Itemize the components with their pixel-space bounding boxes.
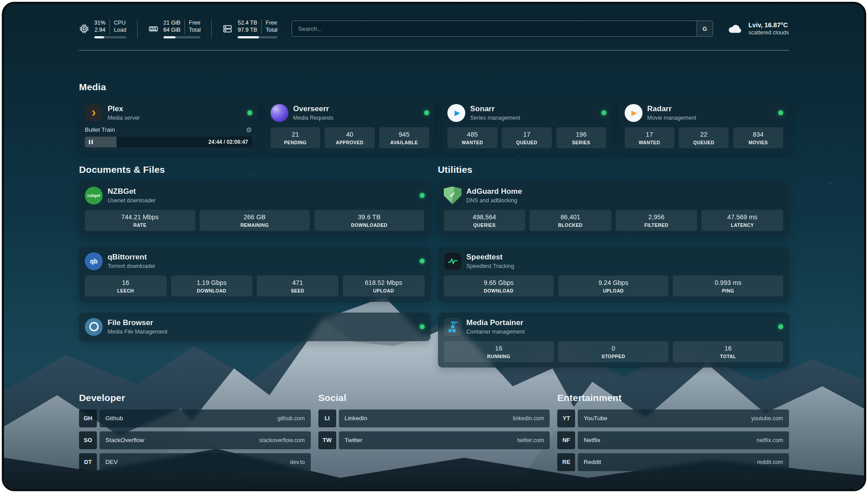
cpu-load-value: 2.94 <box>95 26 105 33</box>
plex-icon <box>85 104 103 122</box>
storage-total-value: 97.9 TB <box>238 26 257 33</box>
cpu-usage-value: 31% <box>94 19 105 26</box>
app-name: Speedtest <box>467 253 514 262</box>
weather-widget: Lviv, 16.87°C scattered clouds <box>727 21 789 36</box>
storage-total-label: Total <box>266 26 277 33</box>
plex-playback-bar[interactable]: 24:44 / 02:06:47 <box>85 137 252 147</box>
bookmark-twitter[interactable]: TW Twitter twitter.com <box>318 431 550 449</box>
app-name: Plex <box>108 104 140 113</box>
stat-approved: 40 APPROVED <box>325 127 375 148</box>
bookmark-url: reddit.com <box>757 459 783 465</box>
memory-total-label: Total <box>189 26 200 33</box>
app-card-plex[interactable]: Plex Media server Bullet Train ⚙ 24:44 /… <box>79 99 258 154</box>
status-dot <box>601 110 606 115</box>
section-documents-files: Documents & Files nzbget NZBGet Usenet d… <box>79 164 430 341</box>
app-card-qbittorrent[interactable]: qb qBittorrent Torrent downloader 16 LEE… <box>79 247 430 302</box>
app-name: AdGuard Home <box>467 187 522 196</box>
memory-icon <box>148 24 159 34</box>
section-developer: Developer GH Github github.com SO StackO… <box>79 393 311 475</box>
bookmark-url: youtube.com <box>751 415 783 422</box>
stat-blocked: 86,401 BLOCKED <box>530 210 611 231</box>
app-subtitle: Media server <box>108 115 140 121</box>
sonarr-icon <box>447 104 465 122</box>
status-dot <box>424 110 429 115</box>
search-input[interactable] <box>292 21 697 36</box>
stat-leech: 16 LEECH <box>85 276 167 297</box>
stat-downloaded: 39.6 TB DOWNLOADED <box>314 210 425 231</box>
app-card-portainer[interactable]: Media Portainer Container management 16 … <box>438 313 789 368</box>
memory-widget: 21 GiB 64 GiB Free Total <box>148 19 212 38</box>
app-card-adguard[interactable]: AdGuard Home DNS and adblocking 498,564 … <box>438 181 789 236</box>
stat-movies: 834 MOVIES <box>733 127 783 148</box>
storage-progress-bar <box>238 36 277 38</box>
weather-condition: scattered clouds <box>748 29 789 36</box>
stat-upload: 9.24 Gbps UPLOAD <box>558 276 668 297</box>
social-section-title: Social <box>318 393 550 403</box>
app-subtitle: Movie management <box>647 115 697 121</box>
entertainment-section-title: Entertainment <box>557 393 789 403</box>
stat-pending: 21 PENDING <box>271 127 321 148</box>
stat-seed: 471 SEED <box>257 276 338 297</box>
app-card-sonarr[interactable]: Sonarr Series management 485 WANTED 17 Q… <box>442 99 612 154</box>
bookmark-url: netflix.com <box>756 437 783 443</box>
dashboard-window: 31% 2.94 CPU Load <box>2 2 866 491</box>
stat-available: 945 AVAILABLE <box>379 127 429 148</box>
section-entertainment: Entertainment YT YouTube youtube.com NF … <box>557 393 789 475</box>
bookmark-reddit[interactable]: RE Reddit reddit.com <box>557 453 789 471</box>
status-dot <box>420 193 425 198</box>
portainer-crane-icon <box>444 318 462 336</box>
cpu-progress-bar <box>94 36 126 38</box>
status-dot <box>778 324 783 329</box>
bookmark-stackoverflow[interactable]: SO StackOverflow stackoverflow.com <box>79 431 311 449</box>
now-playing-title: Bullet Train <box>85 126 115 133</box>
bookmark-youtube[interactable]: YT YouTube youtube.com <box>557 409 789 427</box>
bookmark-netflix[interactable]: NF Netflix netflix.com <box>557 431 789 449</box>
app-card-speedtest[interactable]: Speedtest Speedtest Tracking 9.65 Gbps D… <box>438 247 789 302</box>
app-card-filebrowser[interactable]: File Browser Media File Management <box>79 313 430 341</box>
settings-gear-icon[interactable]: ⚙ <box>246 126 252 133</box>
app-name: Sonarr <box>470 104 520 113</box>
stat-download: 9.65 Gbps DOWNLOAD <box>444 276 554 297</box>
stat-ping: 0.993 ms PING <box>673 276 783 297</box>
bookmark-abbr: YT <box>557 409 575 427</box>
bookmark-name: YouTube <box>584 415 607 422</box>
documents-section-title: Documents & Files <box>79 164 430 175</box>
stat-download: 1.19 Gbps DOWNLOAD <box>171 276 253 297</box>
app-card-radarr[interactable]: Radarr Movie management 17 WANTED 22 QUE… <box>619 99 789 154</box>
cpu-chip-icon <box>79 24 89 34</box>
bookmark-url: dev.to <box>290 459 305 465</box>
bookmark-abbr: GH <box>79 409 97 427</box>
app-subtitle: Torrent downloader <box>108 263 155 269</box>
bookmark-abbr: SO <box>79 431 97 449</box>
cpu-label: CPU <box>114 19 126 26</box>
qbittorrent-icon: qb <box>85 252 103 270</box>
app-subtitle: Speedtest Tracking <box>467 263 514 269</box>
top-bar: 31% 2.94 CPU Load <box>79 19 789 38</box>
section-media: Media Plex Media server Bullet Train ⚙ <box>79 82 789 154</box>
bookmark-dev-to[interactable]: DT DEV dev.to <box>79 453 311 471</box>
memory-free-label: Free <box>189 19 200 26</box>
app-subtitle: DNS and adblocking <box>467 197 522 204</box>
nzbget-icon: nzbget <box>85 187 103 205</box>
search-box: G <box>292 21 713 37</box>
bookmark-linkedin[interactable]: LI LinkedIn linkedin.com <box>318 409 550 427</box>
utilities-section-title: Utilities <box>438 164 789 175</box>
app-card-overseerr[interactable]: Overseerr Media Requests 21 PENDING 40 A… <box>265 99 435 154</box>
app-subtitle: Series management <box>470 115 520 121</box>
bookmark-abbr: DT <box>79 453 97 471</box>
bookmark-name: LinkedIn <box>345 415 367 422</box>
app-card-nzbget[interactable]: nzbget NZBGet Usenet downloader 744.21 M… <box>79 181 430 236</box>
bookmark-github[interactable]: GH Github github.com <box>79 409 311 427</box>
playback-time: 24:44 / 02:06:47 <box>209 139 252 145</box>
status-dot <box>778 110 783 115</box>
stat-queued: 17 QUEUED <box>502 127 552 148</box>
bookmark-name: DEV <box>105 459 118 465</box>
memory-total-value: 64 GiB <box>163 26 180 33</box>
bookmark-abbr: NF <box>557 431 575 449</box>
bookmark-abbr: RE <box>557 453 575 471</box>
memory-progress-bar <box>163 36 201 38</box>
stat-wanted: 17 WANTED <box>625 127 675 148</box>
pause-icon[interactable] <box>89 140 93 144</box>
search-engine-button[interactable]: G <box>697 21 713 36</box>
storage-progress-fill <box>238 36 259 38</box>
